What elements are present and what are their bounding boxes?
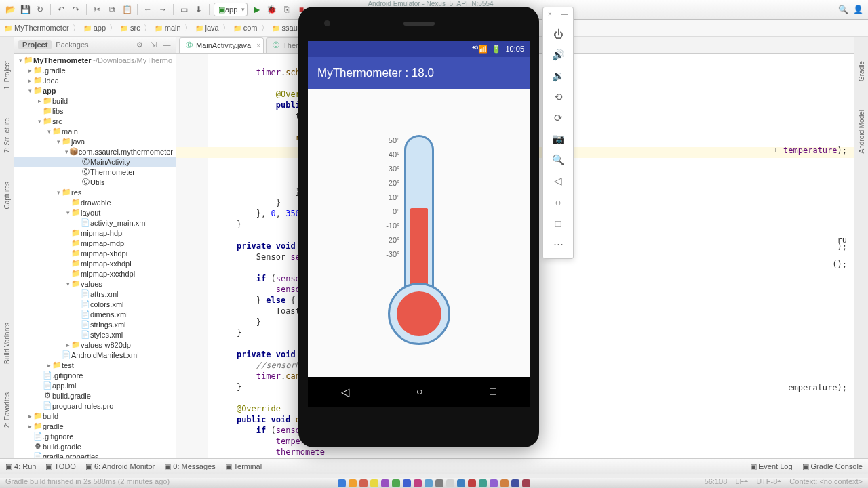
tree-node[interactable]: ⚙build.gradle (14, 390, 176, 401)
tree-node[interactable]: ⒸThermometer (14, 167, 176, 177)
close-icon[interactable]: × (256, 42, 260, 49)
tree-node[interactable]: ▾📁layout (14, 207, 176, 218)
tree-node[interactable]: 📄activity_main.xml (14, 218, 176, 228)
emulator-button[interactable]: ⟲ (549, 87, 568, 106)
tree-node[interactable]: ⒸMainActivity (14, 157, 176, 167)
dock-app-icon[interactable] (349, 479, 357, 487)
sdk-icon[interactable]: ⬇ (193, 3, 205, 16)
tree-node[interactable]: 📁libs (14, 106, 176, 116)
back-icon[interactable]: ← (142, 3, 154, 16)
bottom-tab[interactable]: ▣ Gradle Console (802, 462, 863, 471)
avd-icon[interactable]: ▭ (178, 3, 190, 16)
breadcrumb-item[interactable]: 📁MyThermometer (4, 24, 69, 32)
tree-node[interactable]: 📄AndroidManifest.xml (14, 350, 176, 360)
tree-node[interactable]: ⒸUtils (14, 177, 176, 187)
tool-tab[interactable]: 7: Structure (2, 114, 12, 157)
tree-node[interactable]: 📁mipmap-xxhdpi (14, 258, 176, 268)
tree-node[interactable]: 📄styles.xml (14, 329, 176, 340)
emulator-button[interactable]: ◁ (549, 171, 568, 190)
breadcrumb-item[interactable]: 📁src (120, 24, 140, 32)
dock-app-icon[interactable] (500, 479, 509, 487)
dock-app-icon[interactable] (370, 479, 378, 487)
dock-app-icon[interactable] (381, 479, 389, 487)
bottom-tab[interactable]: ▣ 0: Messages (164, 462, 215, 471)
tool-tab[interactable]: Gradle (856, 57, 867, 85)
project-view-mode[interactable]: Project (18, 40, 52, 49)
emulator-button[interactable]: ⟳ (549, 108, 568, 127)
bottom-tab[interactable]: ▣ TODO (45, 462, 75, 471)
editor-tab[interactable]: ⒸMainActivity.java× (179, 37, 264, 53)
emulator-button[interactable]: 🔍 (549, 150, 568, 169)
tree-node[interactable]: 📄.gitignore (14, 431, 176, 441)
tree-node[interactable]: ▸📁gradle (14, 421, 176, 431)
dock-app-icon[interactable] (435, 479, 443, 487)
tree-node[interactable]: ▸📁test (14, 360, 176, 370)
breadcrumb-item[interactable]: 📁ssaurel (272, 24, 306, 32)
dock-app-icon[interactable] (479, 479, 487, 487)
tree-node[interactable]: 📄attrs.xml (14, 289, 176, 299)
breadcrumb-item[interactable]: 📁mythermometer (320, 24, 382, 32)
cut-icon[interactable]: ✂ (91, 3, 103, 16)
tree-node[interactable]: 📁drawable (14, 197, 176, 207)
tree-node[interactable]: 📄strings.xml (14, 319, 176, 329)
forward-icon[interactable]: → (157, 3, 169, 16)
bottom-tab[interactable]: ▣ Event Log (750, 462, 793, 471)
tool-tab[interactable]: 1: Project (2, 57, 12, 94)
tree-node[interactable]: 📁mipmap-mdpi (14, 238, 176, 248)
emulator-button[interactable]: ○ (549, 192, 568, 211)
tree-node[interactable]: ▾📦com.ssaurel.mythermometer (14, 146, 176, 157)
code-editor[interactable]: timer.schedule @Override public voi temp… (176, 54, 854, 458)
dock-app-icon[interactable] (338, 479, 346, 487)
breadcrumb-item[interactable]: 📁java (195, 24, 219, 32)
close-icon[interactable]: × (548, 10, 552, 20)
emulator-button[interactable]: ⏻ (549, 24, 568, 43)
tree-node[interactable]: ▸📁build (14, 96, 176, 106)
emulator-button[interactable]: 🔉 (549, 66, 568, 85)
dock-app-icon[interactable] (511, 479, 519, 487)
macos-dock[interactable] (0, 478, 868, 488)
tree-node[interactable]: 📄gradle.properties (14, 451, 176, 458)
stop-icon[interactable]: ■ (295, 3, 307, 16)
project-tree[interactable]: ▾📁MyThermometer ~/Downloads/MyThermo▸📁.g… (14, 54, 176, 458)
tree-node[interactable]: 📄.gitignore (14, 370, 176, 380)
tree-node[interactable]: 📁mipmap-hdpi (14, 228, 176, 238)
breadcrumb-item[interactable]: 📁app (83, 24, 106, 32)
dock-app-icon[interactable] (392, 479, 400, 487)
emulator-button[interactable]: 📷 (549, 129, 568, 148)
tree-node[interactable]: ⚙build.gradle (14, 441, 176, 451)
tool-tab[interactable]: 2: Favorites (2, 388, 12, 432)
tree-node[interactable]: ▾📁app (14, 85, 176, 96)
profile-icon[interactable]: 👤 (852, 3, 864, 16)
breadcrumb-item[interactable]: 📁com (233, 24, 258, 32)
bottom-tab[interactable]: ▣ 6: Android Monitor (85, 462, 155, 471)
emulator-button[interactable]: ⋯ (549, 235, 568, 253)
tool-tab[interactable]: Captures (2, 178, 12, 214)
dock-app-icon[interactable] (425, 479, 433, 487)
close-icon[interactable]: × (320, 42, 324, 49)
dock-app-icon[interactable] (468, 479, 476, 487)
breadcrumb-item[interactable]: 📁main (155, 24, 181, 32)
tree-node[interactable]: ▾📁java (14, 136, 176, 146)
sync-icon[interactable]: ↻ (34, 3, 46, 16)
tree-node[interactable]: ▸📁.idea (14, 75, 176, 85)
tree-node[interactable]: ▸📁build (14, 411, 176, 421)
collapse-icon[interactable]: ⇲ (149, 40, 158, 49)
tree-node[interactable]: 📄colors.xml (14, 299, 176, 309)
open-icon[interactable]: 📂 (4, 3, 16, 16)
paste-icon[interactable]: 📋 (121, 3, 133, 16)
tree-node[interactable]: ▸📁.gradle (14, 65, 176, 75)
dock-app-icon[interactable] (490, 479, 498, 487)
tool-tab[interactable]: Build Variants (2, 319, 12, 368)
tool-tab[interactable]: Android Model (856, 106, 867, 157)
bottom-tab[interactable]: ▣ 4: Run (5, 462, 36, 471)
tree-node[interactable]: 📄app.iml (14, 380, 176, 390)
tree-node[interactable]: ▸📁values-w820dp (14, 340, 176, 350)
emulator-button[interactable]: 🔊 (549, 45, 568, 64)
bottom-tab[interactable]: ▣ Terminal (225, 462, 262, 471)
tree-node[interactable]: 📁mipmap-xhdpi (14, 248, 176, 258)
project-mode-packages[interactable]: Packages (56, 41, 88, 49)
tree-node[interactable]: 📁mipmap-xxxhdpi (14, 268, 176, 279)
run-icon[interactable]: ▶ (250, 3, 262, 16)
dock-app-icon[interactable] (403, 479, 411, 487)
gear-icon[interactable]: ⚙ (135, 40, 144, 49)
